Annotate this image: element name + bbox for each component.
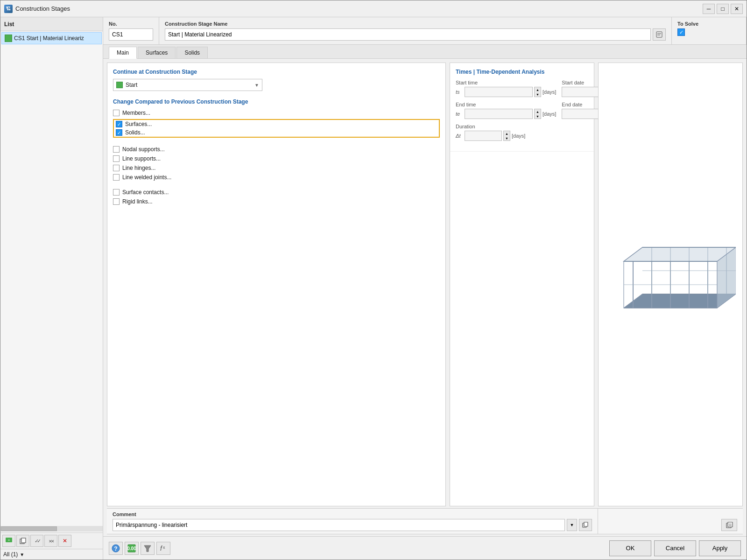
change-section: Change Compared to Previous Construction… — [113, 98, 440, 205]
svg-text:+: + — [8, 538, 10, 542]
filter-icon — [143, 544, 152, 553]
name-field-group: Construction Stage Name — [159, 17, 672, 44]
continue-color-indicator — [116, 82, 123, 88]
start-time-group: Start time ts ▲ ▼ [days] — [456, 80, 588, 97]
list-item[interactable]: CS1 Start | Material Lineariz — [1, 32, 102, 44]
tabs-bar: Main Surfaces Solids — [103, 45, 747, 59]
duration-down[interactable]: ▼ — [504, 136, 510, 140]
dt-label: Δt — [456, 133, 463, 139]
checkbox-line-hinges[interactable]: Line hinges... — [113, 165, 440, 171]
view-panel — [598, 63, 743, 506]
checkbox-rigid-links[interactable]: Rigid links... — [113, 198, 440, 205]
svg-text:0.00: 0.00 — [127, 546, 136, 551]
start-time-input[interactable] — [465, 87, 533, 97]
list-area: CS1 Start | Material Lineariz — [0, 31, 103, 525]
dialog-buttons: OK Cancel Apply — [609, 540, 741, 556]
minimize-button[interactable]: ─ — [703, 4, 715, 14]
no-field-group: No. — [103, 17, 159, 44]
comment-input[interactable] — [113, 519, 565, 531]
svg-rect-38 — [728, 522, 733, 527]
end-time-input[interactable] — [465, 109, 533, 119]
members-label: Members... — [122, 110, 150, 116]
members-checkbox-icon — [113, 110, 120, 116]
checkbox-line-welded[interactable]: Line welded joints... — [113, 174, 440, 181]
start-time-up[interactable]: ▲ — [535, 87, 541, 92]
start-time-down[interactable]: ▼ — [535, 92, 541, 97]
end-time-spinner[interactable]: ▲ ▼ — [534, 109, 541, 119]
delete-item-button[interactable]: ✕ — [58, 535, 71, 547]
no-input[interactable] — [109, 28, 153, 41]
duration-input[interactable] — [465, 131, 502, 141]
name-label: Construction Stage Name — [165, 21, 666, 27]
checkbox-solids[interactable]: ✓ Solids... — [116, 129, 437, 136]
add-item-button[interactable]: + — [2, 535, 15, 547]
close-button[interactable]: ✕ — [731, 4, 743, 14]
start-time-label: Start time — [456, 80, 556, 85]
app-icon: 🏗 — [4, 5, 13, 13]
start-time-unit: [days] — [543, 89, 556, 95]
formula-button[interactable]: f x — [156, 542, 170, 555]
checkbox-line-supports[interactable]: Line supports... — [113, 155, 440, 162]
svg-rect-3 — [21, 538, 26, 543]
duration-spinner[interactable]: ▲ ▼ — [503, 131, 510, 141]
all-selector-text: All (1) — [3, 551, 18, 558]
tab-solids[interactable]: Solids — [176, 47, 208, 58]
ok-button[interactable]: OK — [609, 540, 651, 556]
svg-marker-45 — [144, 546, 151, 552]
surfaces-checkbox-icon: ✓ — [116, 121, 122, 127]
results-button[interactable]: 0.00 — [125, 542, 139, 555]
name-input[interactable] — [165, 28, 651, 41]
checkbox-nodal-supports[interactable]: Nodal supports... — [113, 146, 440, 153]
list-header: List — [0, 17, 103, 31]
start-time-row: Start time ts ▲ ▼ [days] — [456, 80, 588, 97]
comment-input-group: ▼ — [113, 519, 592, 531]
checkbox-group: Members... ✓ Surfaces... ✓ Soli — [113, 110, 440, 205]
left-panel: List CS1 Start | Material Lineariz + — [0, 17, 103, 560]
settings-button[interactable] — [141, 542, 155, 555]
nodal-supports-label: Nodal supports... — [122, 146, 165, 153]
horizontal-scrollbar[interactable] — [0, 526, 103, 532]
checkbox-surfaces[interactable]: ✓ Surfaces... — [116, 121, 437, 127]
to-solve-checkbox[interactable]: ✓ — [677, 28, 685, 36]
surface-contacts-checkbox-icon — [113, 189, 120, 196]
tab-surfaces[interactable]: Surfaces — [138, 47, 176, 58]
start-time-spinner[interactable]: ▲ ▼ — [534, 87, 541, 97]
end-time-input-row: te ▲ ▼ [days] — [456, 109, 556, 119]
line-welded-checkbox-icon — [113, 174, 120, 181]
rigid-links-checkbox-icon — [113, 198, 120, 205]
checkbox-surface-contacts[interactable]: Surface contacts... — [113, 189, 440, 196]
copy-item-button[interactable] — [16, 535, 29, 547]
times-title: Times | Time-Dependent Analysis — [456, 69, 588, 75]
chart-icon: 0.00 — [127, 544, 136, 553]
list-item-color-box — [5, 35, 12, 42]
help-button[interactable]: ? — [109, 542, 123, 555]
change-section-title: Change Compared to Previous Construction… — [113, 98, 440, 105]
maximize-button[interactable]: □ — [717, 4, 729, 14]
title-bar-left: 🏗 Construction Stages — [4, 5, 70, 13]
list-toolbar: + ✓✓ ✕✕ ✕ — [0, 532, 103, 549]
end-time-up[interactable]: ▲ — [535, 109, 541, 114]
check-button[interactable]: ✓✓ — [30, 535, 43, 547]
continue-section-title: Continue at Construction Stage — [113, 69, 440, 75]
apply-button[interactable]: Apply — [699, 540, 741, 556]
continue-dropdown-arrow: ▼ — [254, 83, 259, 88]
end-time-down[interactable]: ▼ — [535, 114, 541, 119]
cancel-button[interactable]: Cancel — [654, 540, 696, 556]
all-selector[interactable]: All (1) ▼ — [0, 549, 103, 560]
tab-main[interactable]: Main — [109, 47, 137, 59]
comment-copy-button[interactable] — [579, 519, 592, 531]
continue-dropdown[interactable]: Start ▼ — [113, 79, 262, 91]
name-edit-button[interactable] — [653, 28, 666, 41]
duration-up[interactable]: ▲ — [504, 131, 510, 136]
comment-dropdown-button[interactable]: ▼ — [567, 519, 577, 531]
svg-text:✕: ✕ — [63, 538, 67, 544]
end-time-label: End time — [456, 102, 556, 107]
right-copy-button[interactable] — [721, 519, 737, 531]
uncheck-button[interactable]: ✕✕ — [44, 535, 57, 547]
question-icon: ? — [112, 544, 120, 553]
checkbox-members[interactable]: Members... — [113, 110, 440, 116]
scrollbar-thumb[interactable] — [1, 526, 57, 531]
no-label: No. — [109, 21, 153, 27]
dialog-content: List CS1 Start | Material Lineariz + — [0, 17, 747, 560]
start-time-col: Start time ts ▲ ▼ [days] — [456, 80, 556, 97]
